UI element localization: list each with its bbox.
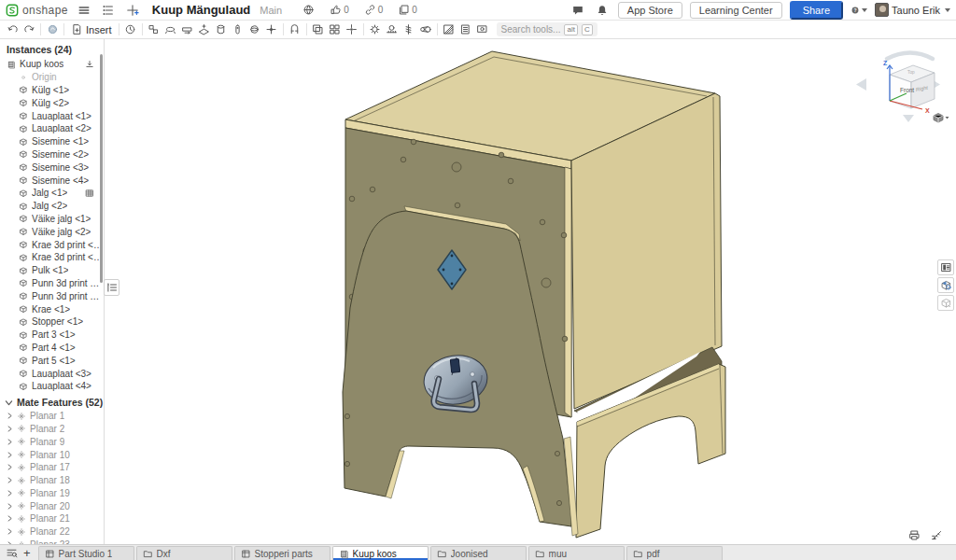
pattern-icon[interactable] <box>327 21 344 38</box>
explode-icon[interactable] <box>344 21 360 38</box>
insert-button[interactable]: Insert <box>67 23 116 35</box>
new-tab-button[interactable]: + <box>21 547 33 559</box>
fastened-mate-icon[interactable] <box>146 21 162 38</box>
instance-item[interactable]: Jalg <1> <box>0 187 104 200</box>
instance-item[interactable]: Part 5 <1> <box>0 354 104 367</box>
insert-part-icon[interactable] <box>85 60 94 69</box>
tab-muu[interactable]: muu <box>528 546 625 560</box>
instance-item[interactable]: Lauaplaat <3> <box>0 367 104 380</box>
chevron-right-icon[interactable] <box>6 438 14 446</box>
mate-feature-item[interactable]: Planar 10 <box>0 448 104 461</box>
instance-item[interactable]: Pulk <1> <box>0 264 104 277</box>
instance-item[interactable]: Lauaplaat <2> <box>0 122 104 135</box>
help-menu[interactable] <box>851 2 867 19</box>
share-button[interactable]: Share <box>790 1 843 20</box>
instance-item[interactable]: Sisemine <3> <box>0 161 104 174</box>
rotate-left-arrow[interactable] <box>856 78 866 91</box>
display-states-button[interactable] <box>937 277 954 293</box>
view-options-button[interactable] <box>934 114 949 123</box>
undo-icon[interactable] <box>4 21 21 38</box>
named-views-icon[interactable] <box>474 21 491 38</box>
notifications-bell-icon[interactable] <box>594 2 611 19</box>
instance-item[interactable]: Krae 3d print <1> <box>0 238 104 251</box>
redo-icon[interactable] <box>21 21 37 38</box>
mate-feature-item[interactable]: Planar 1 <box>0 410 104 423</box>
workspace-name[interactable]: Main <box>260 5 282 16</box>
panel-scrollbar[interactable] <box>100 54 103 283</box>
mate-feature-item[interactable]: Planar 22 <box>0 525 104 539</box>
mate-feature-item[interactable]: Planar 20 <box>0 499 104 512</box>
likes-counter[interactable]: 0 <box>330 4 349 16</box>
instance-item[interactable]: Punn 3d print <1> <box>0 277 104 290</box>
instance-item[interactable]: Külg <2> <box>0 96 104 109</box>
instance-item[interactable]: Part 4 <1> <box>0 342 104 355</box>
chevron-right-icon[interactable] <box>6 489 14 497</box>
tab-stopperi-parts[interactable]: Stopperi parts <box>234 546 330 560</box>
tab-part-studio-1[interactable]: Part Studio 1 <box>38 546 134 560</box>
cylindrical-mate-icon[interactable] <box>213 21 230 38</box>
follow-mode-icon[interactable] <box>124 2 141 19</box>
tab-pdf[interactable]: pdf <box>626 546 723 560</box>
mate-feature-item[interactable]: Planar 2 <box>0 423 104 436</box>
revert-clock-icon[interactable] <box>122 21 139 38</box>
in-context-table-icon[interactable] <box>85 189 94 198</box>
graphics-area[interactable]: Front Right Top Z X <box>105 39 956 544</box>
pin-slot-mate-icon[interactable] <box>230 21 246 38</box>
comments-icon[interactable] <box>569 2 586 19</box>
mate-features-header[interactable]: Mate Features (52) <box>0 396 104 410</box>
manage-tabs-icon[interactable] <box>6 547 18 559</box>
feature-list-toggle-button[interactable] <box>104 279 120 296</box>
chevron-right-icon[interactable] <box>6 425 14 433</box>
instance-item[interactable]: Külg <1> <box>0 84 104 97</box>
instance-item[interactable]: Väike jalg <2> <box>0 225 104 238</box>
instance-item[interactable]: Lauaplaat <1> <box>0 109 104 122</box>
main-menu-icon[interactable] <box>76 2 92 19</box>
instance-item[interactable]: Sisemine <1> <box>0 135 104 148</box>
screw-relation-icon[interactable] <box>401 21 417 38</box>
sync-icon[interactable] <box>44 21 61 38</box>
learning-center-button[interactable]: Learning Center <box>690 2 782 19</box>
rotate-cw-arrow[interactable] <box>887 53 933 60</box>
versions-history-icon[interactable] <box>100 2 117 19</box>
instance-item[interactable]: Punn 3d print <2> <box>0 289 104 302</box>
instance-item[interactable]: Lauaplaat <4> <box>0 380 104 393</box>
bom-icon[interactable] <box>457 21 474 38</box>
onshape-logo[interactable]: onshape <box>6 4 68 17</box>
tab-kuup-koos[interactable]: Kuup koos <box>332 546 429 560</box>
instance-item[interactable]: Origin <box>0 71 104 84</box>
mate-feature-item[interactable]: Planar 19 <box>0 487 104 500</box>
chevron-right-icon[interactable] <box>6 527 14 536</box>
rotate-down-arrow[interactable] <box>903 115 914 122</box>
belt-relation-icon[interactable] <box>417 21 434 38</box>
tab-joonised[interactable]: Joonised <box>430 546 527 560</box>
print-icon[interactable] <box>907 529 921 541</box>
slider-mate-icon[interactable] <box>179 21 196 38</box>
instance-item[interactable]: Part 3 <1> <box>0 329 104 342</box>
chevron-right-icon[interactable] <box>6 451 14 459</box>
chevron-right-icon[interactable] <box>6 514 14 523</box>
instance-root-kuup-koos[interactable]: Kuup koos <box>0 58 104 71</box>
view-cube[interactable]: Front Right Top Z X <box>856 53 940 123</box>
planar-mate-icon[interactable] <box>196 21 213 38</box>
mate-connector-icon[interactable] <box>263 21 280 38</box>
chevron-right-icon[interactable] <box>6 412 14 420</box>
instance-item[interactable]: Sisemine <4> <box>0 174 104 187</box>
mate-feature-item[interactable]: Planar 9 <box>0 435 104 448</box>
tab-dxf[interactable]: Dxf <box>136 546 232 560</box>
measure-icon[interactable] <box>930 529 943 541</box>
instance-item[interactable]: Väike jalg <1> <box>0 213 104 226</box>
instance-item[interactable]: Jalg <2> <box>0 200 104 213</box>
assembly-3d-view[interactable]: Front Right Top Z X <box>105 39 956 544</box>
mate-feature-item[interactable]: Planar 18 <box>0 474 104 487</box>
user-menu[interactable]: Tauno Erik <box>875 2 950 19</box>
copies-counter[interactable]: 0 <box>398 4 417 16</box>
instance-item[interactable]: Sisemine <2> <box>0 148 104 161</box>
mate-feature-item[interactable]: Planar 17 <box>0 461 104 474</box>
configurations-button[interactable] <box>937 295 954 311</box>
ball-mate-icon[interactable] <box>246 21 263 38</box>
chevron-right-icon[interactable] <box>6 476 14 484</box>
instance-item[interactable]: Krae <1> <box>0 302 104 315</box>
links-counter[interactable]: 0 <box>364 4 384 16</box>
revolute-mate-icon[interactable] <box>162 21 179 38</box>
search-tools-field[interactable]: Search tools... alt C <box>497 22 598 36</box>
